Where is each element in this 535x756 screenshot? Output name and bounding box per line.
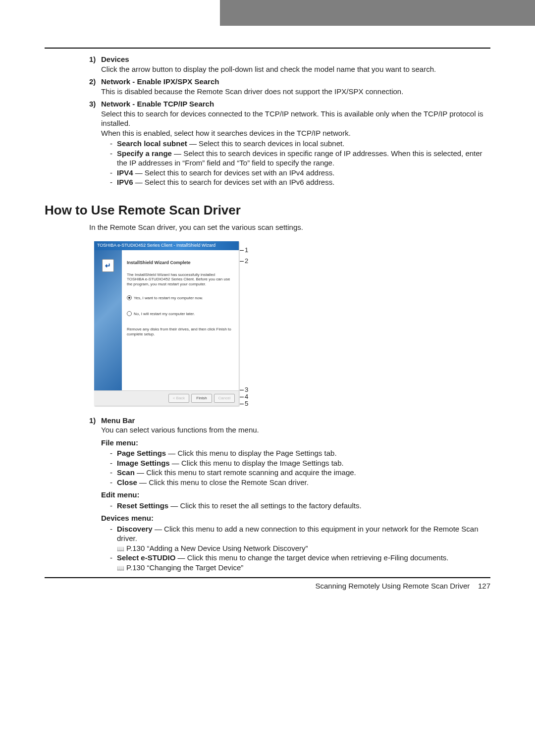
- page-footer: Scanning Remotely Using Remote Scan Driv…: [45, 578, 490, 591]
- list-item: 1) Menu Bar You can select various funct…: [89, 416, 490, 573]
- sub-list-item: -Scan — Click this menu to start remote …: [110, 468, 490, 478]
- sub-list-item: -Discovery — Click this menu to add a ne…: [110, 524, 490, 553]
- item-number: 1): [89, 54, 101, 74]
- page-reference: P.130 “Changing the Target Device”: [126, 563, 243, 572]
- document-page: 1) Devices Click the arrow button to dis…: [0, 26, 535, 600]
- numbered-list-2: 1) Menu Bar You can select various funct…: [45, 416, 490, 573]
- wizard-note: Remove any disks from their drives, and …: [127, 327, 232, 336]
- sub-list-item: -Image Settings — Click this menu to dis…: [110, 458, 490, 468]
- sub-list-item: -Specify a range — Select this to search…: [110, 149, 490, 168]
- wizard-figure: TOSHIBA e-STUDIO452 Series Client - Inst…: [94, 241, 490, 406]
- book-icon: [117, 563, 126, 572]
- sub-list-item: -IPV4 — Select this to search for device…: [110, 168, 490, 178]
- wizard-heading: InstallShield Wizard Complete: [127, 260, 232, 266]
- radio-label: No, I will restart my computer later.: [134, 312, 195, 317]
- edit-menu-label: Edit menu:: [101, 490, 490, 500]
- back-button[interactable]: < Back: [168, 394, 189, 403]
- top-header-bar: [0, 0, 535, 26]
- sub-list-item: -Search local subnet — Select this to se…: [110, 139, 490, 149]
- radio-restart-later[interactable]: No, I will restart my computer later.: [127, 311, 232, 316]
- wizard-icon: ↵: [102, 259, 114, 272]
- callout-5: 5: [245, 400, 248, 408]
- numbered-list-1: 1) Devices Click the arrow button to dis…: [45, 54, 490, 187]
- item-number: 3): [89, 99, 101, 187]
- item-title: Network - Enable IPX/SPX Search: [101, 77, 219, 86]
- radio-restart-now[interactable]: Yes, I want to restart my computer now.: [127, 295, 232, 300]
- item-number: 1): [89, 416, 101, 573]
- page-reference: P.130 “Adding a New Device Using Network…: [126, 544, 308, 552]
- sub-list-item: -Select e-STUDIO — Click this menu to ch…: [110, 553, 490, 572]
- wizard-side-panel: ↵: [94, 250, 122, 390]
- section-heading: How to Use Remote Scan Driver: [45, 202, 490, 219]
- page-number: 127: [478, 582, 490, 590]
- item-text-2: When this is enabled, select how it sear…: [101, 129, 351, 137]
- file-menu-label: File menu:: [101, 438, 490, 448]
- list-item: 3) Network - Enable TCP/IP Search Select…: [89, 99, 490, 187]
- radio-icon: [127, 311, 132, 316]
- cancel-button[interactable]: Cancel: [214, 394, 235, 403]
- figure-callouts: 1 2 3 4 5: [243, 241, 261, 406]
- item-title: Network - Enable TCP/IP Search: [101, 100, 214, 108]
- item-title: Menu Bar: [101, 416, 135, 425]
- list-item: 2) Network - Enable IPX/SPX Search This …: [89, 77, 490, 96]
- item-number: 2): [89, 77, 101, 96]
- sub-list-item: -Close — Click this menu to close the Re…: [110, 478, 490, 487]
- footer-label: Scanning Remotely Using Remote Scan Driv…: [315, 582, 470, 590]
- radio-label: Yes, I want to restart my computer now.: [134, 296, 203, 301]
- wizard-title-bar: TOSHIBA e-STUDIO452 Series Client - Inst…: [94, 241, 239, 250]
- installshield-wizard-window: TOSHIBA e-STUDIO452 Series Client - Inst…: [94, 241, 239, 406]
- list-item: 1) Devices Click the arrow button to dis…: [89, 54, 490, 74]
- item-text: Click the arrow button to display the po…: [101, 65, 436, 73]
- radio-icon: [127, 295, 132, 300]
- devices-menu-label: Devices menu:: [101, 513, 490, 523]
- wizard-button-bar: < Back Finish Cancel: [94, 390, 239, 406]
- sub-list-item: -Page Settings — Click this menu to disp…: [110, 448, 490, 458]
- callout-1: 1: [245, 246, 248, 255]
- callout-2: 2: [245, 257, 248, 266]
- book-icon: [117, 544, 126, 552]
- item-text: Select this to search for devices connec…: [101, 109, 483, 128]
- item-title: Devices: [101, 55, 129, 63]
- wizard-body-text: The InstallShield Wizard has successfull…: [127, 272, 232, 287]
- item-text: You can select various functions from th…: [101, 426, 259, 434]
- item-text: This is disabled because the Remote Scan…: [101, 87, 403, 96]
- sub-list: -Search local subnet — Select this to se…: [101, 139, 490, 187]
- sub-list-item: -Reset Settings — Click this to reset th…: [110, 501, 490, 511]
- sub-list-item: -IPV6 — Select this to search for device…: [110, 177, 490, 187]
- finish-button[interactable]: Finish: [191, 394, 212, 403]
- intro-paragraph: In the Remote Scan driver, you can set t…: [45, 222, 490, 232]
